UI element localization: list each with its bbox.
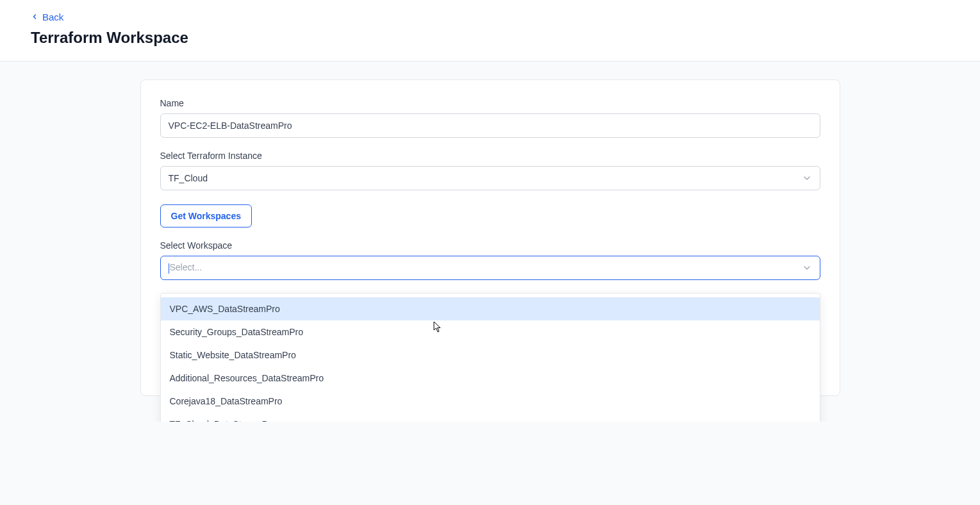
- instance-select[interactable]: TF_Cloud: [160, 166, 820, 190]
- back-label: Back: [42, 12, 63, 22]
- workspace-label: Select Workspace: [160, 240, 820, 251]
- instance-label: Select Terraform Instance: [160, 151, 820, 161]
- form-card: Name Select Terraform Instance TF_Cloud …: [140, 79, 840, 396]
- instance-value: TF_Cloud: [169, 173, 802, 183]
- workspace-select[interactable]: Select...: [160, 256, 820, 280]
- back-link[interactable]: Back: [31, 12, 63, 22]
- dropdown-item[interactable]: Corejava18_DataStreamPro: [161, 390, 820, 413]
- workspace-placeholder: Select...: [169, 262, 802, 273]
- name-input[interactable]: [160, 113, 820, 138]
- dropdown-scroll[interactable]: VPC_AWS_DataStreamProSecurity_Groups_Dat…: [161, 294, 820, 422]
- name-label: Name: [160, 98, 820, 108]
- dropdown-item[interactable]: Additional_Resources_DataStreamPro: [161, 367, 820, 390]
- name-group: Name: [160, 98, 820, 138]
- instance-group: Select Terraform Instance TF_Cloud: [160, 151, 820, 190]
- page-title: Terraform Workspace: [31, 29, 949, 47]
- chevron-down-icon: [802, 173, 812, 183]
- chevron-left-icon: [31, 12, 38, 22]
- dropdown-item[interactable]: Static_Website_DataStreamPro: [161, 344, 820, 367]
- dropdown-item[interactable]: Security_Groups_DataStreamPro: [161, 320, 820, 344]
- page-header: Back Terraform Workspace: [0, 0, 980, 62]
- get-workspaces-button[interactable]: Get Workspaces: [160, 204, 252, 228]
- chevron-down-icon: [802, 263, 812, 273]
- dropdown-item[interactable]: TF_Cloud_DataStreamPro: [161, 413, 820, 422]
- dropdown-item[interactable]: VPC_AWS_DataStreamPro: [161, 297, 820, 320]
- content-area: Name Select Terraform Instance TF_Cloud …: [0, 62, 980, 422]
- workspace-group: Select Workspace Select...: [160, 240, 820, 280]
- workspace-dropdown: VPC_AWS_DataStreamProSecurity_Groups_Dat…: [160, 293, 820, 422]
